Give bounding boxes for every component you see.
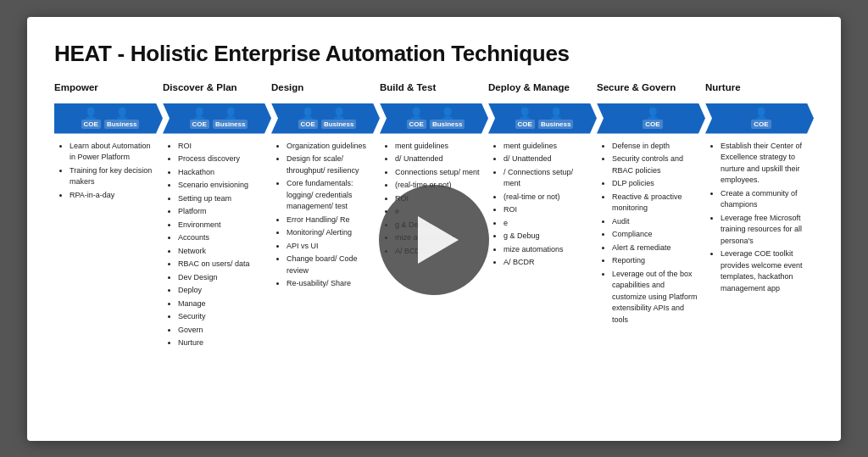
list-item: Alert & remediate	[612, 242, 700, 254]
role-label-build-test: COE	[407, 120, 426, 129]
person-icon: 👤	[192, 108, 206, 119]
list-item: Platform	[178, 206, 266, 218]
list-item: Security controls and RBAC policies	[612, 153, 700, 176]
person-icon: 👤	[84, 108, 97, 119]
role-coe-discover-plan: 👤COE	[190, 108, 209, 129]
role-business-empower: 👤Business	[104, 108, 140, 129]
person-icon: 👤	[409, 108, 423, 119]
list-item: Learn about Automation in Power Platform	[70, 141, 158, 164]
role-business-discover-plan: 👤Business	[213, 108, 248, 129]
person-icon: 👤	[646, 108, 659, 119]
role-label-discover-plan: COE	[190, 120, 209, 129]
list-item: Reactive & proactive monitoring	[612, 192, 700, 215]
list-item: Govern	[178, 325, 266, 337]
list-item: Nurture	[178, 337, 266, 349]
person-icon: 👤	[549, 108, 563, 119]
role-coe-nurture: 👤COE	[751, 108, 771, 129]
arrow-banner-design: 👤COE👤Business	[271, 103, 380, 134]
arrow-banner-discover-plan: 👤COE👤Business	[163, 103, 271, 134]
arrow-banner-secure-govern: 👤COE	[597, 103, 705, 134]
role-label-design: COE	[298, 120, 318, 129]
list-item: Hackathon	[178, 167, 266, 179]
list-item: Compliance	[612, 229, 700, 241]
role-coe-deploy-manage: 👤COE	[515, 108, 535, 129]
phase-discover-plan: Discover & Plan👤COE👤BusinessROIProcess d…	[163, 82, 271, 358]
arrow-banner-empower: 👤COE👤Business	[54, 103, 163, 134]
list-item: Error Handling/ Re	[287, 215, 375, 226]
role-label-nurture: COE	[751, 120, 771, 129]
list-item: RBAC on users/ data	[178, 259, 266, 270]
role-coe-empower: 👤COE	[81, 108, 101, 129]
list-item: Security	[178, 311, 266, 323]
role-coe-design: 👤COE	[298, 108, 318, 129]
list-item: Organization guidelines	[287, 141, 375, 153]
list-item: Accounts	[178, 232, 266, 244]
role-label-build-test: Business	[430, 120, 465, 129]
phase-secure-govern: Secure & Govern👤COEDefense in depthSecur…	[597, 82, 705, 358]
arrow-banner-build-test: 👤COE👤Business	[380, 103, 488, 134]
list-item: g & Debug	[504, 231, 592, 242]
list-item: Network	[178, 246, 266, 258]
content-nurture: Establish their Center of Excellence str…	[705, 134, 814, 358]
person-icon: 👤	[754, 108, 768, 119]
list-item: Design for scale/ throughput/ resiliency	[287, 153, 375, 176]
role-business-build-test: 👤Business	[430, 108, 465, 129]
list-item: Connections setup/ ment	[395, 167, 483, 179]
arrow-banner-deploy-manage: 👤COE👤Business	[488, 103, 597, 134]
content-design: Organization guidelinesDesign for scale/…	[271, 134, 380, 358]
role-label-deploy-manage: Business	[538, 120, 574, 129]
role-label-secure-govern: COE	[643, 120, 662, 129]
phase-label-nurture: Nurture	[705, 82, 814, 99]
phase-nurture: Nurture👤COEEstablish their Center of Exc…	[705, 82, 814, 358]
content-deploy-manage: ment guidelinesd/ Unattended/ Connection…	[488, 134, 597, 358]
role-coe-secure-govern: 👤COE	[643, 108, 662, 129]
role-label-design: Business	[321, 120, 357, 129]
video-play-button[interactable]	[379, 185, 489, 295]
list-item: mize automations	[504, 244, 592, 256]
list-item: Training for key decision makers	[70, 165, 158, 188]
list-item: Setting up team	[178, 193, 266, 205]
phase-label-secure-govern: Secure & Govern	[597, 82, 705, 99]
list-item: Environment	[178, 220, 266, 231]
list-item: Deploy	[178, 285, 266, 297]
role-business-design: 👤Business	[321, 108, 357, 129]
list-item: Dev Design	[178, 272, 266, 284]
list-item: Manage	[178, 298, 266, 310]
list-item: RPA-in-a-day	[70, 190, 158, 202]
person-icon: 👤	[115, 108, 129, 119]
list-item: Re-usability/ Share	[287, 278, 375, 290]
list-item: Leverage free Microsoft training resourc…	[721, 213, 809, 248]
role-label-deploy-manage: COE	[515, 120, 535, 129]
list-item: Scenario envisioning	[178, 180, 266, 192]
role-label-discover-plan: Business	[213, 120, 248, 129]
role-business-deploy-manage: 👤Business	[538, 108, 574, 129]
list-item: Leverage COE toolkit provides welcome ev…	[721, 248, 809, 294]
person-icon: 👤	[518, 108, 531, 119]
arrow-banner-nurture: 👤COE	[705, 103, 814, 134]
play-icon	[418, 216, 459, 264]
list-item: Create a community of champions	[721, 188, 809, 211]
person-icon: 👤	[332, 108, 346, 119]
content-secure-govern: Defense in depthSecurity controls and RB…	[597, 134, 705, 358]
phase-label-build-test: Build & Test	[380, 82, 488, 99]
list-item: A/ BCDR	[504, 257, 592, 269]
phase-label-empower: Empower	[54, 82, 163, 99]
list-item: Process discovery	[178, 153, 266, 165]
list-item: e	[504, 218, 592, 230]
slide-container: HEAT - Holistic Enterprise Automation Te…	[27, 17, 841, 441]
list-item: / Connections setup/ ment	[504, 167, 592, 190]
phase-deploy-manage: Deploy & Manage👤COE👤Businessment guideli…	[488, 82, 597, 358]
list-item: Core fundamentals: logging/ credentials …	[287, 178, 375, 213]
list-item: ROI	[178, 141, 266, 153]
list-item: Leverage out of the box capabilities and…	[612, 269, 700, 326]
list-item: Audit	[612, 216, 700, 228]
list-item: ROI	[504, 204, 592, 216]
person-icon: 👤	[224, 108, 237, 119]
person-icon: 👤	[441, 108, 454, 119]
list-item: API vs UI	[287, 241, 375, 253]
role-label-empower: Business	[104, 120, 140, 129]
content-discover-plan: ROIProcess discoveryHackathonScenario en…	[163, 134, 271, 358]
person-icon: 👤	[301, 108, 314, 119]
role-coe-build-test: 👤COE	[407, 108, 426, 129]
phase-label-deploy-manage: Deploy & Manage	[488, 82, 597, 99]
